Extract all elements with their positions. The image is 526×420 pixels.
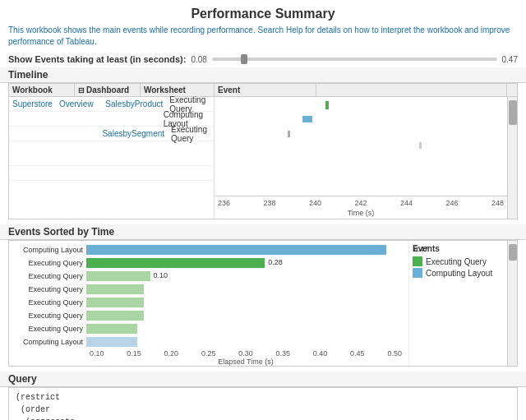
bar-value-2: 0.10 [153,271,168,279]
bar-container-1: 0.28 [86,258,405,268]
timeline-bar-3 [288,131,290,137]
events-axis-tick: 0.45 [350,349,365,358]
timeline-section: Workbook ⊟ Dashboard Worksheet Event Sup… [8,83,518,219]
query-section-label: Query [0,372,526,387]
timeline-row-empty [9,141,214,166]
show-events-label: Show Events taking at least (in seconds)… [8,54,186,64]
bar-label-3: Executing Query [12,285,86,293]
bar-label-6: Executing Query [12,325,86,333]
bar-row-1: Executing Query 0.28 [12,257,405,269]
timeline-scrollbar-thumb[interactable] [509,100,517,125]
events-section-label: Events Sorted by Time [0,224,526,240]
bar-fill-0 [86,245,386,255]
tl-workbook-1: Superstore [9,99,56,108]
timeline-chart: 236 238 240 242 244 246 248 Time (s) [215,97,507,219]
events-chart-area: Computing Layout 0.47 Executing Query 0.… [9,241,408,366]
timeline-col-event: Event [215,84,316,96]
slider-container [212,58,497,61]
timeline-axis-tick: 246 [445,199,458,207]
legend-item-1: Computing Layout [413,268,504,278]
bar-fill-7 [86,337,137,347]
bar-label-5: Executing Query [12,312,86,320]
bar-container-3 [86,284,405,294]
timeline-labels: Superstore Overview SalesbyProduct Execu… [9,97,215,219]
bar-row-6: Executing Query [12,323,405,335]
events-legend: Events Executing Query Computing Layout [408,241,507,366]
events-axis-tick: 0.30 [238,349,253,358]
timeline-axis-tick: 238 [263,199,275,207]
query-text: (restrict (order (aggregate (project (ta… [16,391,510,420]
query-section: (restrict (order (aggregate (project (ta… [8,387,518,420]
tl-worksheet-3: SalesbySegment [99,129,168,138]
events-axis-tick: 0.20 [164,349,179,358]
slider-min-value: 0.08 [191,55,206,64]
legend-color-0 [413,256,422,266]
slider-thumb[interactable] [241,54,247,64]
bar-container-2: 0.10 [86,271,405,281]
legend-item-0: Executing Query [413,256,504,266]
bar-row-4: Executing Query [12,297,405,308]
bar-row-3: Executing Query [12,284,405,295]
timeline-row: SalesbySegment Executing Query [9,127,214,141]
bar-label-7: Computing Layout [12,338,86,346]
timeline-axis-tick: 248 [491,199,504,207]
timeline-bar-4 [419,142,422,149]
timeline-bar-1 [325,101,329,109]
timeline-header: Workbook ⊟ Dashboard Worksheet Event [9,84,517,97]
timeline-scrollbar[interactable] [507,97,517,219]
timeline-row-empty [9,166,214,181]
bar-row-7: Computing Layout [12,336,405,348]
events-axis-label: Elapsed Time (s) [86,358,405,366]
bar-fill-4 [86,298,144,307]
bar-value-0: 0.47 [413,245,428,253]
events-body: Computing Layout 0.47 Executing Query 0.… [9,241,517,366]
slider-track [212,58,497,61]
page-title: Performance Summary [0,0,526,25]
events-axis: 0.10 0.15 0.20 0.25 0.30 0.35 0.40 0.45 … [86,349,405,358]
bar-fill-6 [86,324,137,334]
bar-label-2: Executing Query [12,272,86,280]
tl-worksheet-1: SalesbyProduct [102,99,166,108]
timeline-axis-label: Time (s) [215,209,507,219]
description: This workbook shows the main events whil… [0,25,526,53]
timeline-body: Superstore Overview SalesbyProduct Execu… [9,97,517,219]
bar-row-0: Computing Layout 0.47 [12,244,405,256]
events-axis-tick: 0.50 [387,349,402,358]
timeline-axis-tick: 244 [400,199,413,207]
timeline-col-dashboard: ⊟ Dashboard [75,84,141,96]
timeline-bar-2 [302,116,312,122]
events-axis-tick: 0.35 [275,349,290,358]
timeline-col-workbook: Workbook [9,84,75,96]
timeline-section-label: Timeline [0,67,526,83]
events-scrollbar[interactable] [507,241,517,366]
bar-label-4: Executing Query [12,298,86,307]
bar-container-6 [86,324,405,334]
show-events-row: Show Events taking at least (in seconds)… [0,53,526,67]
timeline-axis-tick: 242 [354,199,367,207]
desc-link-workbook[interactable]: This workbook [8,25,61,35]
dashboard-icon: ⊟ [78,86,85,95]
bar-fill-1 [86,258,265,268]
bar-row-5: Executing Query [12,310,405,321]
timeline-chart-inner [215,97,507,196]
bar-label-0: Computing Layout [12,246,86,254]
bar-value-1: 0.28 [268,258,283,266]
bar-container-5 [86,311,405,321]
events-axis-tick: 0.15 [127,349,141,358]
tl-dashboard-1: Overview [56,99,102,108]
bar-container-0: 0.47 [86,245,405,255]
desc-link-tableau[interactable]: Tableau [66,37,95,46]
bar-container-4 [86,298,405,307]
bar-fill-5 [86,311,144,321]
bar-container-7 [86,337,405,347]
timeline-axis: 236 238 240 242 244 246 248 [215,196,507,209]
timeline-axis-tick: 240 [309,199,321,207]
slider-max-value: 0.47 [502,55,518,64]
events-scrollbar-thumb[interactable] [509,244,517,261]
bar-fill-2 [86,271,150,281]
events-axis-tick: 0.40 [313,349,328,358]
legend-label-1: Computing Layout [426,269,492,278]
bar-fill-3 [86,284,144,294]
legend-color-1 [413,268,422,278]
events-axis-tick: 0.25 [201,349,216,358]
